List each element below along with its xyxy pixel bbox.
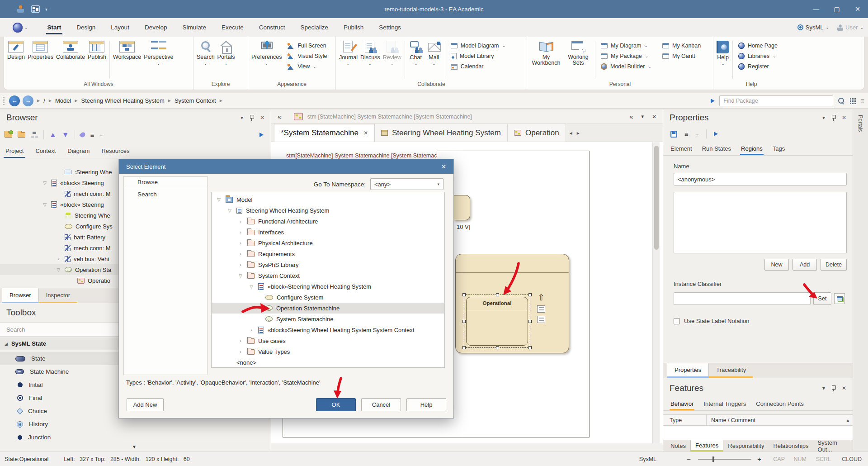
features-pin-icon[interactable] — [831, 385, 835, 391]
add-button[interactable]: Add — [793, 259, 817, 271]
bottom-tab-features[interactable]: Features — [690, 440, 723, 452]
ribbon-chat-button[interactable]: Chat⌄ — [407, 40, 425, 67]
perspective-selector[interactable]: SysML ⌄ — [797, 24, 829, 31]
new-button[interactable]: New — [764, 259, 789, 271]
dialog-title-bar[interactable]: Select Element ✕ — [119, 159, 453, 174]
browser-tab-context[interactable]: Context — [35, 147, 56, 158]
properties-close-icon[interactable]: ✕ — [842, 114, 846, 121]
user-menu[interactable]: User ⌄ — [837, 24, 863, 31]
ribbon-model-library-button[interactable]: Model Library — [451, 53, 505, 59]
browser-tab-project[interactable]: Project — [5, 147, 24, 158]
find-package-search-icon[interactable] — [838, 97, 845, 105]
tab-scroll-right-icon[interactable]: ▸ — [577, 130, 580, 136]
selected-state-operational[interactable]: Operational — [464, 295, 530, 348]
workspace-grid-icon[interactable] — [849, 98, 856, 104]
browser-tab-diagram[interactable]: Diagram — [67, 147, 90, 158]
tab-layout[interactable]: Layout — [103, 18, 137, 37]
browser-tab-resources[interactable]: Resources — [101, 147, 129, 158]
tab-develop[interactable]: Develop — [137, 18, 175, 37]
toolbox-scroll-down-icon[interactable]: ▼ — [132, 444, 137, 449]
locate-icon[interactable] — [79, 131, 86, 138]
browser-close-icon[interactable]: ✕ — [260, 114, 264, 121]
column-type[interactable]: Type — [663, 415, 707, 426]
properties-hamburger-icon[interactable]: ≡ — [684, 130, 689, 138]
features-menu-icon[interactable]: ▾ — [822, 385, 825, 391]
zoom-slider[interactable] — [698, 459, 751, 460]
tab-scroll-left-icon[interactable]: ◂ — [570, 130, 572, 136]
dlg-tree-configure-system[interactable]: Configure System — [212, 292, 444, 303]
use-state-label-notation-checkbox[interactable] — [674, 318, 680, 324]
ribbon-portals-button[interactable]: Portals⌄ — [216, 40, 236, 66]
tab-design[interactable]: Design — [69, 18, 103, 37]
ribbon-working-sets-button[interactable]: Working Sets — [563, 40, 593, 67]
properties-menu-icon[interactable]: ▾ — [822, 114, 825, 121]
selection-handle[interactable] — [496, 346, 499, 349]
toolbar-menu-icon[interactable]: ≡ — [860, 97, 864, 105]
ribbon-calendar-button[interactable]: Calendar — [451, 63, 505, 70]
bottom-tab-browser[interactable]: Browser — [2, 288, 39, 303]
features-tab-internal-triggers[interactable]: Internal Triggers — [703, 400, 746, 410]
collapse-panel-icon[interactable]: « — [630, 113, 633, 120]
doc-tab-operation[interactable]: Operation — [508, 124, 566, 142]
tab-construct[interactable]: Construct — [251, 18, 293, 37]
maximize-button[interactable]: ▢ — [826, 0, 847, 18]
scrollbar-thumb[interactable] — [654, 146, 659, 250]
bottom-tab-responsibility[interactable]: Responsibility — [723, 440, 769, 452]
close-button[interactable]: ✕ — [847, 0, 868, 18]
tab-simulate[interactable]: Simulate — [175, 18, 214, 37]
dlg-tree-block-swhs-system-context[interactable]: ›«block»Steering Wheel Heating System Sy… — [212, 324, 444, 335]
dlg-tree-model[interactable]: ▽Model — [212, 194, 444, 205]
bottom-tab-notes[interactable]: Notes — [666, 440, 690, 452]
delete-button[interactable]: Delete — [821, 259, 847, 271]
quicklink-list-icon[interactable] — [537, 305, 545, 313]
collapse-left-icon[interactable]: « — [278, 113, 281, 120]
dlg-tree-physical-architecture[interactable]: ›Physical Architecture — [212, 238, 444, 248]
dlg-tree-interfaces[interactable]: ›Interfaces — [212, 227, 444, 238]
dlg-tree-system-statemachine[interactable]: System Statemachine — [212, 314, 444, 324]
properties-tab-tags[interactable]: Tags — [773, 145, 785, 155]
browser-pin-icon[interactable] — [250, 115, 254, 121]
toolbox-item-history[interactable]: HHistory — [0, 418, 271, 431]
bottom-tab-traceability[interactable]: Traceability — [709, 363, 753, 378]
ribbon-full-screen-button[interactable]: Full Screen — [287, 43, 327, 49]
find-package-input[interactable] — [719, 95, 833, 106]
tab-execute[interactable]: Execute — [214, 18, 251, 37]
ribbon-preferences-button[interactable]: Preferences⌄ — [250, 40, 283, 66]
state-shape-operational[interactable]: Operational — [466, 297, 528, 346]
ribbon-my-package-button[interactable]: My Package⌄ — [601, 53, 651, 59]
ribbon-model-builder-button[interactable]: Model Builder⌄ — [601, 63, 651, 70]
selection-handle[interactable] — [462, 293, 466, 296]
quicklink-list-icon[interactable] — [537, 316, 545, 323]
selection-handle[interactable] — [528, 346, 532, 349]
tab-settings[interactable]: Settings — [371, 18, 409, 37]
dialog-close-icon[interactable]: ✕ — [441, 163, 446, 170]
header-menu-icon[interactable]: ▾ — [641, 114, 644, 119]
toolbar-grip[interactable] — [3, 97, 5, 105]
bottom-tab-properties[interactable]: Properties — [667, 363, 709, 378]
dlg-tree-swhs[interactable]: ▽Steering Wheel Heating System — [212, 205, 444, 216]
ribbon-discuss-button[interactable]: Discuss⌄ — [359, 40, 382, 67]
move-up-icon[interactable]: ▲ — [49, 132, 57, 138]
ribbon-design-button[interactable]: Design — [6, 40, 26, 61]
tab-specialize[interactable]: Specialize — [293, 18, 336, 37]
ribbon-register-button[interactable]: Register — [738, 63, 778, 70]
dlg-tree-sysphs-library[interactable]: ›SysPhS Library — [212, 259, 444, 270]
dlg-tree-none[interactable]: <none> — [212, 357, 444, 368]
dialog-nav-search[interactable]: Search — [124, 188, 207, 200]
selection-handle[interactable] — [496, 293, 499, 296]
ribbon-publish-button[interactable]: Publish — [86, 40, 108, 61]
dlg-tree-operation-statemachine[interactable]: Operation Statemachine — [212, 303, 444, 314]
model-structure-icon[interactable] — [31, 132, 38, 138]
tab-close-icon[interactable]: ✕ — [363, 130, 368, 136]
ribbon-properties-button[interactable]: Properties — [26, 40, 55, 61]
browser-menu-icon[interactable]: ▾ — [241, 114, 243, 121]
move-down-icon[interactable]: ▼ — [62, 132, 69, 138]
ribbon-collaborate-button[interactable]: Collaborate — [55, 40, 86, 61]
diagram-close-icon[interactable]: ✕ — [652, 114, 656, 120]
logo-dropdown-icon[interactable]: ⌄ — [24, 25, 28, 30]
namespace-dropdown[interactable]: <any> ▾ — [370, 178, 443, 190]
dlg-tree-system-context[interactable]: ▽System Context — [212, 270, 444, 281]
region-name-input[interactable] — [674, 173, 847, 185]
ribbon-model-diagram-button[interactable]: Model Diagram⌄ — [451, 43, 505, 49]
features-tab-behavior[interactable]: Behavior — [670, 400, 693, 410]
